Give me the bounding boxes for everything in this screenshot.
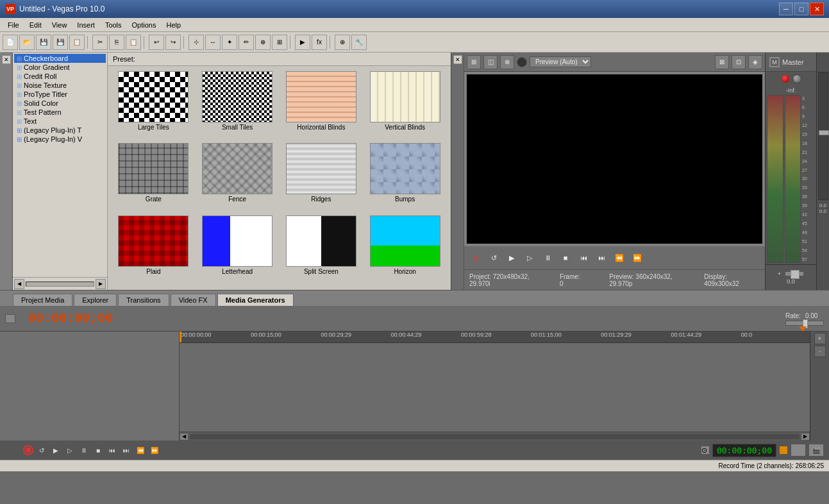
plugin-item-noisetexture[interactable]: ⊞ Noise Texture [14, 81, 106, 90]
tab-media-generators[interactable]: Media Generators [217, 294, 294, 306]
footer-loop[interactable]: ↺ [36, 444, 47, 456]
plugin-item-text[interactable]: ⊞ Text [14, 117, 106, 126]
footer-record[interactable] [23, 445, 33, 455]
toolbar-save[interactable]: 💾 [36, 35, 51, 50]
tl-zoom-out[interactable]: - [814, 346, 826, 357]
close-button[interactable]: ✕ [810, 3, 824, 15]
fader-track[interactable] [785, 271, 804, 276]
preset-horiz-blinds[interactable]: Horizontal Blinds [281, 71, 362, 140]
tl-zoom-in[interactable]: + [814, 333, 826, 344]
scroll-bar-track[interactable] [190, 434, 800, 439]
window-controls[interactable]: ─ □ ✕ [779, 3, 824, 15]
preset-large-tiles[interactable]: Large Tiles [113, 71, 194, 140]
scroll-right-btn[interactable]: ▶ [96, 279, 106, 289]
preset-grid[interactable]: Large Tiles Small Tiles Horizontal Blind… [108, 66, 451, 290]
toolbar-move[interactable]: ↔ [205, 35, 221, 50]
fader-thumb[interactable] [791, 270, 800, 279]
toolbar-redo[interactable]: ↪ [165, 35, 181, 50]
stop-btn[interactable]: ■ [559, 251, 572, 264]
menu-edit[interactable]: Edit [24, 20, 47, 30]
preset-vert-blinds[interactable]: Vertical Blinds [364, 71, 446, 140]
playhead[interactable] [180, 332, 181, 342]
rate-slider[interactable] [785, 321, 824, 326]
footer-fwd[interactable]: ⏩ [149, 444, 160, 456]
preview-tb-btn4[interactable] [517, 57, 527, 67]
play2-btn[interactable]: ▷ [523, 251, 536, 264]
preset-plaid[interactable]: Plaid [113, 215, 194, 285]
footer-stop[interactable]: ■ [92, 444, 104, 456]
menu-insert[interactable]: Insert [72, 20, 100, 30]
plugin-item-protypetitler[interactable]: ⊞ ProType Titler [14, 90, 106, 99]
preview-tb-btn1[interactable]: ⊞ [467, 55, 481, 69]
timeline-scrollbar[interactable]: ◀ ▶ [180, 432, 810, 441]
play-btn[interactable]: ▶ [505, 251, 518, 264]
track-area[interactable] [180, 343, 810, 432]
menu-view[interactable]: View [47, 20, 72, 30]
fwd-btn[interactable]: ⏩ [631, 251, 644, 264]
preset-horizon[interactable]: Horizon [364, 215, 446, 285]
maximize-button[interactable]: □ [794, 3, 808, 15]
preset-letterhead[interactable]: Letterhead [197, 215, 278, 285]
toolbar-paste[interactable]: 📋 [126, 35, 141, 50]
footer-next[interactable]: ⏭ [121, 444, 132, 456]
audio-knob-gray[interactable] [792, 74, 801, 83]
tab-explorer[interactable]: Explorer [74, 294, 117, 306]
pause-btn[interactable]: ⏸ [541, 251, 554, 264]
plugin-item-colorgradient[interactable]: ⊞ Color Gradient [14, 63, 106, 72]
scroll-next[interactable]: ▶ [801, 433, 810, 441]
toolbar-zoom[interactable]: ⊕ [255, 35, 271, 50]
rwd-btn[interactable]: ⏪ [613, 251, 626, 264]
loop-btn[interactable]: ↺ [487, 251, 500, 264]
scroll-left-btn[interactable]: ◀ [14, 279, 24, 289]
preset-ridges[interactable]: Ridges [281, 143, 362, 212]
toolbar-fx[interactable]: fx [312, 35, 327, 50]
toolbar-snap[interactable]: ⊞ [272, 35, 287, 50]
toolbar-cut[interactable]: ✂ [92, 35, 108, 50]
toolbar-open[interactable]: 📂 [19, 35, 35, 50]
preview-tb-btn2[interactable]: ◫ [483, 55, 498, 69]
volume-track[interactable] [818, 72, 828, 200]
preset-grate[interactable]: Grate [113, 143, 194, 212]
plugin-item-checkerboard[interactable]: ⊞ Checkerboard [14, 54, 106, 63]
plugin-item-legacyv[interactable]: ⊞ (Legacy Plug-In) V [14, 135, 106, 144]
menu-tools[interactable]: Tools [100, 20, 127, 30]
toolbar-misc1[interactable]: ⊕ [335, 35, 350, 50]
volume-thumb[interactable] [819, 130, 829, 135]
toolbar-misc2[interactable]: 🔧 [351, 35, 367, 50]
toolbar-render[interactable]: ▶ [295, 35, 310, 50]
menu-file[interactable]: File [3, 20, 24, 30]
menu-help[interactable]: Help [161, 20, 186, 30]
preview-close[interactable]: ✕ [453, 55, 462, 64]
preview-tb-btn5[interactable]: ⊠ [715, 55, 729, 69]
footer-rwd[interactable]: ⏪ [135, 444, 146, 456]
plugin-item-testpattern[interactable]: ⊞ Test Pattern [14, 108, 106, 117]
footer-timecode[interactable]: 00:00:00;00 [712, 444, 776, 457]
tab-video-fx[interactable]: Video FX [171, 294, 216, 306]
preset-split-screen[interactable]: Split Screen [281, 215, 362, 285]
tl-btn1[interactable] [5, 314, 15, 323]
prev-btn[interactable]: ⏮ [577, 251, 590, 264]
preview-tb-btn7[interactable]: ◈ [748, 55, 762, 69]
toolbar-save2[interactable]: 💾 [53, 35, 68, 50]
toolbar-select[interactable]: ⊹ [188, 35, 204, 50]
plugin-item-creditroll[interactable]: ⊞ Credit Roll [14, 72, 106, 81]
record-btn[interactable]: ⊙ [469, 251, 482, 264]
footer-play[interactable]: ▶ [50, 444, 62, 456]
menu-options[interactable]: Options [127, 20, 162, 30]
plugin-scrollbar[interactable]: ◀ ▶ [13, 277, 107, 290]
audio-knob-red[interactable] [781, 74, 790, 83]
footer-pause[interactable]: ⏸ [78, 444, 90, 456]
preset-small-tiles[interactable]: Small Tiles [197, 71, 278, 140]
footer-play2[interactable]: ▷ [64, 444, 76, 456]
preview-mode-select[interactable]: Preview (Auto) Best (Full) Good (Half) D… [530, 56, 591, 67]
footer-btn1[interactable] [791, 444, 806, 457]
minimize-button[interactable]: ─ [779, 3, 793, 15]
toolbar-new[interactable]: 📄 [3, 35, 18, 50]
footer-film[interactable]: 🎬 [808, 444, 824, 457]
tab-transitions[interactable]: Transitions [118, 294, 169, 306]
preset-bumps[interactable]: Bumps [364, 143, 446, 212]
toolbar-trim[interactable]: ✦ [222, 35, 237, 50]
toolbar-prop[interactable]: 📋 [69, 35, 85, 50]
toolbar-undo[interactable]: ↩ [149, 35, 164, 50]
toolbar-copy[interactable]: ⎘ [109, 35, 124, 50]
